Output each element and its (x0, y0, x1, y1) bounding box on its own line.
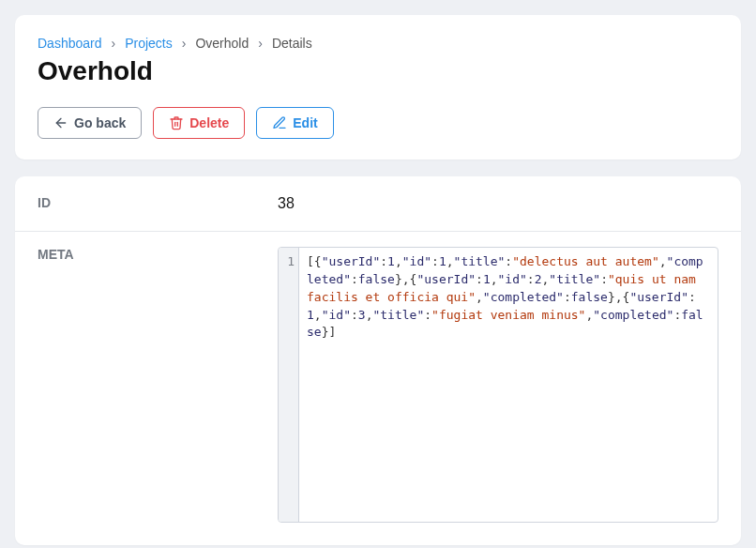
delete-label: Delete (189, 115, 229, 130)
meta-json-editor[interactable]: 1 [{"userId":1,"id":1,"title":"delectus … (278, 247, 718, 523)
header-card: Dashboard›Projects›Overhold›Details Over… (15, 15, 741, 160)
button-row: Go back Delete Edit (38, 107, 718, 139)
id-row: ID 38 (15, 176, 741, 232)
breadcrumb-text: Overhold (195, 36, 249, 51)
page-title: Overhold (38, 56, 718, 86)
meta-label: META (15, 232, 278, 545)
breadcrumb-text: Details (272, 36, 312, 51)
chevron-right-icon: › (112, 36, 116, 51)
meta-row: META 1 [{"userId":1,"id":1,"title":"dele… (15, 232, 741, 545)
code-content[interactable]: [{"userId":1,"id":1,"title":"delectus au… (299, 248, 718, 522)
id-value: 38 (278, 176, 741, 231)
breadcrumb: Dashboard›Projects›Overhold›Details (38, 36, 718, 51)
pencil-icon (272, 115, 287, 130)
id-label: ID (15, 176, 278, 231)
chevron-right-icon: › (182, 36, 187, 51)
chevron-right-icon: › (258, 36, 263, 51)
edit-button[interactable]: Edit (256, 107, 333, 139)
go-back-label: Go back (74, 115, 126, 130)
go-back-button[interactable]: Go back (38, 107, 142, 139)
arrow-left-icon (53, 115, 68, 130)
breadcrumb-link[interactable]: Projects (125, 36, 173, 51)
details-card: ID 38 META 1 [{"userId":1,"id":1,"title"… (15, 176, 741, 545)
delete-button[interactable]: Delete (153, 107, 245, 139)
meta-value: 1 [{"userId":1,"id":1,"title":"delectus … (278, 232, 741, 545)
breadcrumb-link[interactable]: Dashboard (38, 36, 102, 51)
gutter-line-1: 1 (282, 253, 295, 271)
edit-label: Edit (293, 115, 317, 130)
trash-icon (169, 115, 184, 130)
code-gutter: 1 (279, 248, 299, 522)
